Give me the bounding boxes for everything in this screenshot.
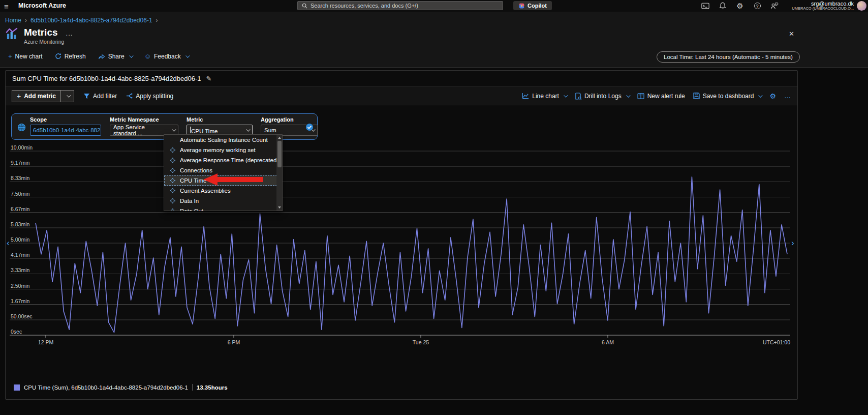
legend-separator	[192, 384, 193, 391]
user-tenant: UMBRACO (UMBRACOCLOUD.O...	[792, 7, 854, 11]
breadcrumb-resource-link[interactable]: 6d5b10b0-1a4d-4abc-8825-a794d2dbed06-1	[30, 17, 152, 24]
chevron-down-icon	[185, 53, 190, 57]
chart-toolbar-left: + Add metric Add filter Apply splitting	[12, 90, 173, 102]
svg-text:6.67min: 6.67min	[11, 206, 30, 212]
metric-option[interactable]: Data In	[164, 196, 282, 206]
metric-sparkle-icon	[169, 198, 176, 204]
metric-label: Metric	[187, 116, 253, 123]
notifications-bell-icon[interactable]	[718, 1, 728, 11]
metric-sparkle-icon	[169, 147, 176, 153]
chevron-down-icon	[759, 93, 763, 97]
drill-into-logs-button[interactable]: Drill into Logs	[575, 93, 629, 100]
breadcrumb-home-link[interactable]: Home	[5, 17, 21, 24]
smiley-icon: ☺	[144, 52, 151, 60]
svg-text:Tue 25: Tue 25	[413, 339, 429, 345]
metric-option[interactable]: Average memory working set	[164, 145, 282, 155]
metric-option[interactable]: Average Response Time (deprecated)	[164, 155, 282, 165]
valid-check-icon	[305, 123, 314, 133]
chart-more-icon[interactable]: …	[784, 92, 791, 100]
scrollbar-thumb[interactable]	[277, 141, 282, 167]
search-placeholder: Search resources, services, and docs (G+…	[311, 3, 418, 9]
refresh-icon	[55, 53, 61, 60]
metric-option-label: Data In	[180, 198, 199, 204]
metrics-chart-card: Sum CPU Time for 6d5b10b0-1a4d-4abc-8825…	[5, 70, 798, 400]
metric-dropdown-items: Automatic Scaling Instance CountAverage …	[164, 135, 282, 211]
add-metric-split-caret[interactable]	[60, 91, 74, 102]
chart-settings-gear-icon[interactable]: ⚙	[769, 92, 776, 100]
dropdown-scrollbar[interactable]	[276, 135, 282, 211]
metric-option-label: Connections	[180, 167, 212, 173]
line-chart-icon	[522, 93, 529, 99]
metric-sparkle-icon	[169, 157, 176, 163]
svg-text:1.67min: 1.67min	[11, 298, 30, 304]
brand-title[interactable]: Microsoft Azure	[18, 2, 66, 9]
svg-text:10.00min: 10.00min	[11, 144, 33, 151]
search-icon	[302, 3, 307, 9]
chevron-down-icon	[564, 93, 568, 97]
plus-icon: +	[17, 92, 21, 100]
avatar[interactable]	[857, 1, 866, 11]
cloud-shell-icon[interactable]	[700, 1, 710, 11]
new-alert-rule-button[interactable]: New alert rule	[637, 93, 685, 100]
account-info[interactable]: srg@umbraco.dk UMBRACO (UMBRACOCLOUD.O..…	[792, 1, 854, 11]
metric-option-label: Average memory working set	[180, 147, 256, 153]
blade-more-button[interactable]: ...	[66, 29, 73, 37]
chart-title-row: Sum CPU Time for 6d5b10b0-1a4d-4abc-8825…	[6, 71, 797, 87]
apply-splitting-button[interactable]: Apply splitting	[126, 93, 173, 100]
help-icon[interactable]: ?	[752, 1, 762, 11]
chart-scroll-right-icon[interactable]: ›	[791, 239, 794, 247]
scope-input[interactable]: 6d5b10b0-1a4d-4abc-882...	[30, 125, 101, 136]
scroll-up-icon[interactable]	[278, 137, 281, 139]
svg-text:6 PM: 6 PM	[228, 339, 240, 345]
feedback-button[interactable]: ☺ Feedback	[144, 52, 189, 60]
metric-sparkle-icon	[169, 188, 176, 194]
metric-option[interactable]: Automatic Scaling Instance Count	[164, 135, 282, 145]
chart-legend-item[interactable]: CPU Time (Sum), 6d5b10b0-1a4d-4abc-8825-…	[14, 384, 228, 391]
chart-type-button[interactable]: Line chart	[522, 93, 567, 100]
metric-option-label: Average Response Time (deprecated)	[180, 157, 278, 163]
edit-title-pencil-icon[interactable]: ✎	[206, 75, 211, 82]
chart-toolbar: + Add metric Add filter Apply splitting	[6, 87, 797, 105]
chart-scroll-left-icon[interactable]: ‹	[7, 239, 10, 247]
metric-column: Metric CPU Time	[187, 116, 253, 136]
copilot-button[interactable]: Copilot	[513, 1, 552, 10]
page-subtitle: Azure Monitoring	[24, 39, 73, 45]
legend-color-swatch	[14, 384, 20, 391]
save-icon	[693, 93, 700, 99]
new-chart-button[interactable]: + New chart	[8, 52, 43, 60]
feedback-person-icon[interactable]	[769, 1, 780, 11]
metric-option-label: CPU Time	[180, 177, 206, 184]
copilot-label: Copilot	[528, 3, 547, 9]
blade-header-region: Home › 6d5b10b0-1a4d-4abc-8825-a794d2dbe…	[0, 12, 868, 68]
azure-portal-page: ≡ Microsoft Azure Search resources, serv…	[0, 0, 868, 415]
document-magnifier-icon	[575, 93, 581, 100]
metric-option[interactable]: Data Out	[164, 206, 282, 211]
chevron-down-icon	[172, 127, 176, 131]
hamburger-menu-icon[interactable]: ≡	[4, 2, 9, 11]
svg-text:12 PM: 12 PM	[38, 339, 53, 345]
svg-text:5.83min: 5.83min	[11, 221, 30, 227]
add-metric-button[interactable]: + Add metric	[12, 90, 74, 102]
metric-sparkle-icon	[169, 177, 176, 184]
metric-option[interactable]: Connections	[164, 165, 282, 175]
global-search-input[interactable]: Search resources, services, and docs (G+…	[297, 1, 503, 10]
svg-text:2.50min: 2.50min	[11, 283, 30, 289]
page-title: Metrics	[24, 27, 58, 38]
save-to-dashboard-button[interactable]: Save to dashboard	[693, 93, 762, 100]
add-filter-button[interactable]: Add filter	[83, 93, 117, 100]
aggregation-label: Aggregation	[261, 116, 318, 123]
metrics-line-chart[interactable]: 10.00min9.17min8.33min7.50min6.67min5.83…	[6, 143, 796, 351]
chevron-down-icon	[129, 53, 133, 57]
metric-option[interactable]: CPU Time	[164, 175, 282, 186]
scope-column: Scope 6d5b10b0-1a4d-4abc-882...	[30, 116, 101, 136]
share-button[interactable]: Share	[98, 53, 132, 60]
copilot-icon	[518, 3, 525, 9]
blade-close-icon[interactable]: ✕	[789, 30, 794, 38]
settings-gear-icon[interactable]: ⚙	[735, 1, 745, 11]
metrics-logo-icon	[5, 27, 19, 41]
refresh-button[interactable]: Refresh	[55, 53, 86, 60]
svg-text:4.17min: 4.17min	[11, 252, 30, 258]
metric-option[interactable]: Current Assemblies	[164, 186, 282, 196]
scroll-down-icon[interactable]	[278, 206, 281, 209]
time-range-picker[interactable]: Local Time: Last 24 hours (Automatic - 5…	[657, 51, 800, 63]
